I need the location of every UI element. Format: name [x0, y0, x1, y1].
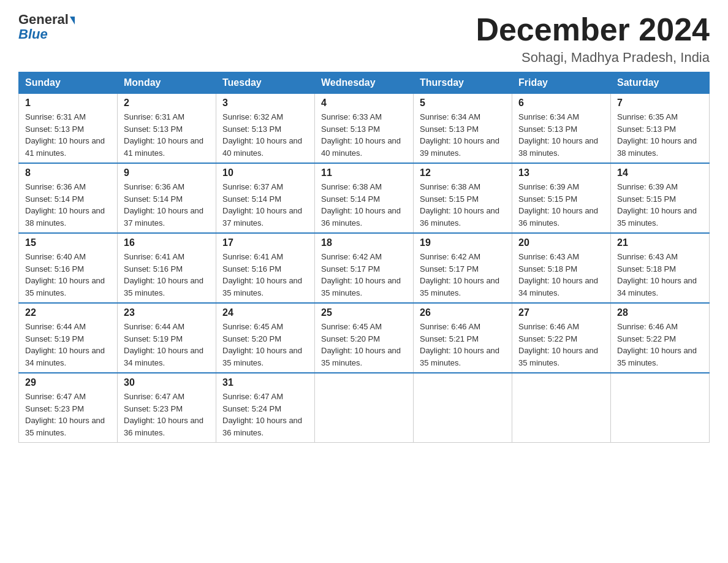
day-info: Sunrise: 6:44 AMSunset: 5:19 PMDaylight:… [25, 321, 111, 369]
day-number: 17 [222, 237, 308, 248]
day-number: 19 [420, 237, 506, 248]
day-number: 12 [420, 167, 506, 178]
table-row [611, 373, 710, 443]
day-info: Sunrise: 6:32 AMSunset: 5:13 PMDaylight:… [222, 111, 308, 159]
calendar-week-row: 29Sunrise: 6:47 AMSunset: 5:23 PMDayligh… [19, 373, 710, 443]
day-info: Sunrise: 6:44 AMSunset: 5:19 PMDaylight:… [124, 321, 210, 369]
table-row: 18Sunrise: 6:42 AMSunset: 5:17 PMDayligh… [315, 233, 414, 303]
day-info: Sunrise: 6:46 AMSunset: 5:22 PMDaylight:… [518, 321, 604, 369]
day-number: 5 [420, 98, 506, 109]
day-info: Sunrise: 6:42 AMSunset: 5:17 PMDaylight:… [321, 251, 407, 299]
table-row: 22Sunrise: 6:44 AMSunset: 5:19 PMDayligh… [19, 303, 118, 373]
table-row: 25Sunrise: 6:45 AMSunset: 5:20 PMDayligh… [315, 303, 414, 373]
day-info: Sunrise: 6:41 AMSunset: 5:16 PMDaylight:… [124, 251, 210, 299]
table-row: 1Sunrise: 6:31 AMSunset: 5:13 PMDaylight… [19, 94, 118, 164]
day-info: Sunrise: 6:31 AMSunset: 5:13 PMDaylight:… [124, 111, 210, 159]
calendar-week-row: 1Sunrise: 6:31 AMSunset: 5:13 PMDaylight… [19, 94, 710, 164]
day-info: Sunrise: 6:39 AMSunset: 5:15 PMDaylight:… [617, 181, 703, 229]
table-row: 12Sunrise: 6:38 AMSunset: 5:15 PMDayligh… [414, 163, 512, 233]
table-row: 10Sunrise: 6:37 AMSunset: 5:14 PMDayligh… [216, 163, 315, 233]
day-info: Sunrise: 6:47 AMSunset: 5:23 PMDaylight:… [25, 391, 111, 439]
col-wednesday: Wednesday [315, 72, 414, 94]
table-row: 21Sunrise: 6:43 AMSunset: 5:18 PMDayligh… [611, 233, 710, 303]
logo-general: General [18, 12, 69, 27]
day-number: 28 [617, 307, 703, 318]
table-row: 20Sunrise: 6:43 AMSunset: 5:18 PMDayligh… [512, 233, 611, 303]
day-number: 8 [25, 167, 111, 178]
calendar-week-row: 22Sunrise: 6:44 AMSunset: 5:19 PMDayligh… [19, 303, 710, 373]
logo: General Blue [18, 12, 75, 42]
day-info: Sunrise: 6:36 AMSunset: 5:14 PMDaylight:… [25, 181, 111, 229]
day-info: Sunrise: 6:34 AMSunset: 5:13 PMDaylight:… [518, 111, 604, 159]
table-row: 24Sunrise: 6:45 AMSunset: 5:20 PMDayligh… [216, 303, 315, 373]
col-monday: Monday [118, 72, 216, 94]
day-number: 23 [124, 307, 210, 318]
day-info: Sunrise: 6:38 AMSunset: 5:14 PMDaylight:… [321, 181, 407, 229]
day-number: 6 [518, 98, 604, 109]
day-number: 1 [25, 98, 111, 109]
day-info: Sunrise: 6:34 AMSunset: 5:13 PMDaylight:… [420, 111, 506, 159]
header: General Blue December 2024 Sohagi, Madhy… [18, 12, 710, 66]
table-row: 7Sunrise: 6:35 AMSunset: 5:13 PMDaylight… [611, 94, 710, 164]
table-row: 28Sunrise: 6:46 AMSunset: 5:22 PMDayligh… [611, 303, 710, 373]
table-row: 26Sunrise: 6:46 AMSunset: 5:21 PMDayligh… [414, 303, 512, 373]
calendar-header-row: Sunday Monday Tuesday Wednesday Thursday… [19, 72, 710, 94]
day-info: Sunrise: 6:47 AMSunset: 5:24 PMDaylight:… [222, 391, 308, 439]
day-info: Sunrise: 6:43 AMSunset: 5:18 PMDaylight:… [518, 251, 604, 299]
day-number: 18 [321, 237, 407, 248]
day-info: Sunrise: 6:43 AMSunset: 5:18 PMDaylight:… [617, 251, 703, 299]
day-info: Sunrise: 6:45 AMSunset: 5:20 PMDaylight:… [321, 321, 407, 369]
table-row: 6Sunrise: 6:34 AMSunset: 5:13 PMDaylight… [512, 94, 611, 164]
table-row: 14Sunrise: 6:39 AMSunset: 5:15 PMDayligh… [611, 163, 710, 233]
day-number: 20 [518, 237, 604, 248]
table-row: 31Sunrise: 6:47 AMSunset: 5:24 PMDayligh… [216, 373, 315, 443]
table-row: 2Sunrise: 6:31 AMSunset: 5:13 PMDaylight… [118, 94, 216, 164]
location-subtitle: Sohagi, Madhya Pradesh, India [476, 50, 710, 66]
day-info: Sunrise: 6:35 AMSunset: 5:13 PMDaylight:… [617, 111, 703, 159]
table-row: 16Sunrise: 6:41 AMSunset: 5:16 PMDayligh… [118, 233, 216, 303]
day-info: Sunrise: 6:31 AMSunset: 5:13 PMDaylight:… [25, 111, 111, 159]
day-number: 26 [420, 307, 506, 318]
day-number: 29 [25, 377, 111, 388]
day-number: 15 [25, 237, 111, 248]
calendar-week-row: 8Sunrise: 6:36 AMSunset: 5:14 PMDaylight… [19, 163, 710, 233]
day-number: 31 [222, 377, 308, 388]
logo-area: General Blue [18, 12, 75, 42]
table-row: 29Sunrise: 6:47 AMSunset: 5:23 PMDayligh… [19, 373, 118, 443]
day-number: 2 [124, 98, 210, 109]
table-row: 27Sunrise: 6:46 AMSunset: 5:22 PMDayligh… [512, 303, 611, 373]
day-info: Sunrise: 6:46 AMSunset: 5:21 PMDaylight:… [420, 321, 506, 369]
logo-blue: Blue [18, 26, 48, 42]
day-number: 3 [222, 98, 308, 109]
table-row [512, 373, 611, 443]
day-info: Sunrise: 6:37 AMSunset: 5:14 PMDaylight:… [222, 181, 308, 229]
day-info: Sunrise: 6:47 AMSunset: 5:23 PMDaylight:… [124, 391, 210, 439]
calendar-week-row: 15Sunrise: 6:40 AMSunset: 5:16 PMDayligh… [19, 233, 710, 303]
day-info: Sunrise: 6:46 AMSunset: 5:22 PMDaylight:… [617, 321, 703, 369]
table-row: 17Sunrise: 6:41 AMSunset: 5:16 PMDayligh… [216, 233, 315, 303]
day-number: 9 [124, 167, 210, 178]
day-number: 21 [617, 237, 703, 248]
day-number: 10 [222, 167, 308, 178]
day-number: 30 [124, 377, 210, 388]
table-row: 11Sunrise: 6:38 AMSunset: 5:14 PMDayligh… [315, 163, 414, 233]
table-row: 23Sunrise: 6:44 AMSunset: 5:19 PMDayligh… [118, 303, 216, 373]
day-number: 22 [25, 307, 111, 318]
col-saturday: Saturday [611, 72, 710, 94]
table-row: 9Sunrise: 6:36 AMSunset: 5:14 PMDaylight… [118, 163, 216, 233]
day-info: Sunrise: 6:45 AMSunset: 5:20 PMDaylight:… [222, 321, 308, 369]
day-info: Sunrise: 6:42 AMSunset: 5:17 PMDaylight:… [420, 251, 506, 299]
calendar-table: Sunday Monday Tuesday Wednesday Thursday… [18, 72, 710, 443]
col-tuesday: Tuesday [216, 72, 315, 94]
table-row: 30Sunrise: 6:47 AMSunset: 5:23 PMDayligh… [118, 373, 216, 443]
table-row: 15Sunrise: 6:40 AMSunset: 5:16 PMDayligh… [19, 233, 118, 303]
day-info: Sunrise: 6:38 AMSunset: 5:15 PMDaylight:… [420, 181, 506, 229]
day-number: 4 [321, 98, 407, 109]
table-row [414, 373, 512, 443]
logo-triangle [70, 17, 75, 25]
day-number: 11 [321, 167, 407, 178]
page-container: General Blue December 2024 Sohagi, Madhy… [18, 12, 710, 443]
day-number: 24 [222, 307, 308, 318]
table-row: 3Sunrise: 6:32 AMSunset: 5:13 PMDaylight… [216, 94, 315, 164]
day-number: 13 [518, 167, 604, 178]
